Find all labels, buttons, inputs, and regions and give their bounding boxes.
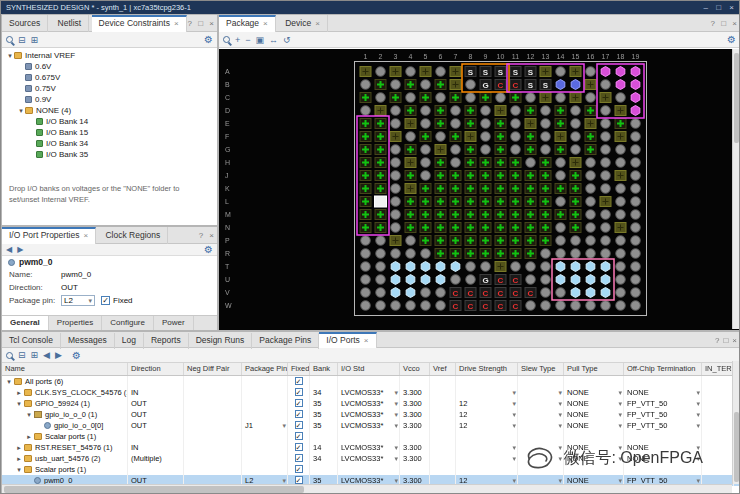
help-icon[interactable]: ? [188, 19, 192, 28]
column-header-direction[interactable]: Direction [128, 363, 184, 375]
minitab-general[interactable]: General [2, 316, 49, 330]
io-std-cell[interactable]: LVCMOS33*▾ [338, 398, 400, 409]
package-vertical-scrollbar[interactable] [732, 49, 740, 329]
fixed-checkbox[interactable]: ✓ [295, 443, 303, 451]
io-std-cell[interactable]: LVCMOS33*▾ [338, 420, 400, 431]
pull-type-cell[interactable]: NONE▾ [564, 409, 624, 420]
fixed-checkbox[interactable]: ✓ [295, 377, 303, 385]
drive-strength-cell[interactable]: 12▾ [456, 420, 518, 431]
close-tab-icon[interactable]: × [174, 19, 179, 28]
forward-icon[interactable]: ▶ [17, 245, 23, 254]
column-header-neg-diff-pair[interactable]: Neg Diff Pair [184, 363, 242, 375]
float-icon[interactable]: □ [723, 336, 728, 345]
chevron-down-icon[interactable]: ▾ [696, 420, 700, 431]
chevron-down-icon[interactable]: ▾ [394, 420, 398, 431]
tab-package-pins[interactable]: Package Pins [252, 333, 319, 349]
chevron-down-icon[interactable]: ▾ [394, 398, 398, 409]
fixed-checkbox[interactable]: ✓ [295, 476, 303, 484]
chevron-down-icon[interactable]: ▾ [558, 409, 562, 420]
pull-type-cell[interactable]: NONE▾ [564, 420, 624, 431]
column-header-vref[interactable]: Vref [430, 363, 456, 375]
fixed-checkbox[interactable]: ✓ [295, 388, 303, 396]
tab-i-o-ports[interactable]: I/O Ports× [319, 332, 376, 348]
io-std-cell[interactable]: LVCMOS33*▾ [338, 453, 400, 464]
settings-gear-icon[interactable]: ⚙ [204, 34, 213, 45]
drive-strength-cell[interactable]: ▾ [456, 442, 518, 453]
chevron-down-icon[interactable]: ▾ [512, 409, 516, 420]
float-icon[interactable]: □ [721, 19, 726, 28]
close-icon[interactable]: × [209, 231, 214, 240]
tab-clock-regions[interactable]: Clock Regions [98, 227, 168, 244]
io-std-cell[interactable]: LVCMOS33*▾ [338, 442, 400, 453]
back-icon[interactable]: ◀ [6, 245, 12, 254]
expander-icon[interactable]: ▾ [25, 409, 33, 420]
chevron-down-icon[interactable]: ▾ [394, 387, 398, 398]
tab-netlist[interactable]: Netlist [51, 15, 90, 32]
table-row-clk-sys-clock-54576-1[interactable]: ▸CLK.SYS_CLOCK_54576 (1)IN✓34LVCMOS33*▾3… [2, 387, 740, 398]
table-vertical-scrollbar[interactable] [732, 361, 740, 484]
drive-strength-cell[interactable]: ▾ [456, 453, 518, 464]
tab-sources[interactable]: Sources [2, 15, 48, 32]
chevron-down-icon[interactable]: ▾ [512, 420, 516, 431]
column-header-drive-strength[interactable]: Drive Strength [456, 363, 518, 375]
chevron-down-icon[interactable]: ▾ [558, 387, 562, 398]
expand-all-icon[interactable]: ⊞ [31, 350, 39, 360]
column-header-name[interactable]: Name [2, 363, 128, 375]
chevron-down-icon[interactable]: ▾ [512, 453, 516, 464]
slew-type-cell[interactable]: ▾ [518, 420, 564, 431]
tab-log[interactable]: Log [115, 333, 144, 349]
fixed-checkbox[interactable]: ✓ [295, 432, 303, 440]
tree-item-0-9v[interactable]: 0.9V [2, 94, 217, 105]
drive-strength-cell[interactable]: ▾ [456, 387, 518, 398]
expander-icon[interactable]: ▾ [15, 464, 23, 475]
minitab-power[interactable]: Power [154, 316, 194, 330]
table-row-gpio-59924-1[interactable]: ▾GPIO_59924 (1)OUT✓35LVCMOS33*▾3.30012▾▾… [2, 398, 740, 409]
slew-type-cell[interactable]: ▾ [518, 387, 564, 398]
restore-button[interactable]: □ [716, 3, 721, 12]
pull-type-cell[interactable]: NONE▾ [564, 387, 624, 398]
minitab-properties[interactable]: Properties [49, 316, 102, 330]
scrollbar-thumb[interactable] [734, 412, 739, 482]
package-pin-grid[interactable] [220, 49, 734, 331]
chevron-down-icon[interactable]: ▾ [618, 398, 622, 409]
fixed-checkbox[interactable]: ✓ [295, 454, 303, 462]
close-icon[interactable]: × [732, 336, 737, 345]
column-header-off-chip-termination[interactable]: Off-Chip Termination [624, 363, 702, 375]
tree-item-i-o-bank-15[interactable]: I/O Bank 15 [2, 127, 217, 138]
close-icon[interactable]: × [732, 19, 737, 28]
tab-package[interactable]: Package× [219, 15, 276, 32]
tree-item-i-o-bank-34[interactable]: I/O Bank 34 [2, 138, 217, 149]
fixed-checkbox[interactable]: ✓ [295, 410, 303, 418]
slew-type-cell[interactable]: ▾ [518, 398, 564, 409]
chevron-down-icon[interactable]: ▾ [696, 387, 700, 398]
tree-item-none-4[interactable]: ▾NONE (4) [2, 105, 217, 116]
package-pin-dropdown[interactable]: L2 ▾ [61, 295, 95, 306]
back-icon[interactable]: ◀ [43, 350, 50, 360]
help-icon[interactable]: ? [715, 336, 719, 345]
tree-item-0-675v[interactable]: 0.675V [2, 72, 217, 83]
chevron-down-icon[interactable]: ▾ [618, 387, 622, 398]
pan-icon[interactable]: ↔ [269, 35, 278, 45]
close-icon[interactable]: × [209, 19, 214, 28]
off-chip-termination-cell[interactable]: FP_VTT_50▾ [624, 420, 702, 431]
off-chip-termination-cell[interactable]: FP_VTT_50▾ [624, 409, 702, 420]
chevron-down-icon[interactable]: ▾ [394, 409, 398, 420]
slew-type-cell[interactable]: ▾ [518, 409, 564, 420]
table-row-all-ports-6[interactable]: ▾All ports (6)✓ [2, 376, 740, 387]
tab-design-runs[interactable]: Design Runs [189, 333, 253, 349]
io-std-cell[interactable]: LVCMOS33*▾ [338, 387, 400, 398]
package-pin-cell[interactable]: J1▾ [242, 420, 288, 431]
zoom-fit-icon[interactable]: ▣ [256, 35, 265, 45]
tab-messages[interactable]: Messages [61, 333, 115, 349]
chevron-down-icon[interactable]: ▾ [618, 409, 622, 420]
chevron-down-icon[interactable]: ▾ [618, 420, 622, 431]
tree-item-0-6v[interactable]: 0.6V [2, 61, 217, 72]
close-tab-icon[interactable]: × [364, 336, 369, 345]
chevron-down-icon[interactable]: ▾ [512, 442, 516, 453]
tree-item-i-o-bank-14[interactable]: I/O Bank 14 [2, 116, 217, 127]
chevron-down-icon[interactable]: ▾ [696, 398, 700, 409]
zoom-in-icon[interactable]: + [235, 35, 240, 45]
expand-all-icon[interactable]: ⊞ [31, 35, 39, 45]
chevron-down-icon[interactable]: ▾ [512, 398, 516, 409]
scrollbar-thumb[interactable] [4, 486, 304, 493]
